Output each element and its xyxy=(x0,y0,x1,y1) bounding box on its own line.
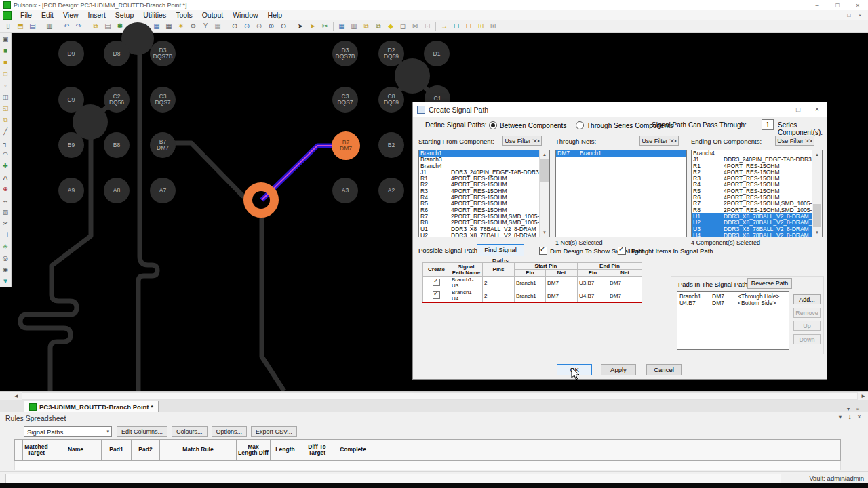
pcb-pad-a9[interactable]: A9 xyxy=(58,178,84,203)
checkbox-checked-icon[interactable] xyxy=(539,247,547,255)
folder-up-icon[interactable]: ⧉ xyxy=(373,21,384,31)
scrollbar-thumb[interactable] xyxy=(540,159,549,182)
scrollbar-track[interactable] xyxy=(22,392,858,400)
connection-tool-icon[interactable]: ✚ xyxy=(1,161,11,171)
list-scrollbar[interactable]: ▲▼ xyxy=(539,150,549,237)
rules-col-name[interactable]: Name xyxy=(50,439,102,461)
tab-menu-icon[interactable]: ▾ xyxy=(844,406,853,412)
shape-yellow-tool-icon[interactable]: ■ xyxy=(1,57,11,67)
menu-setup[interactable]: Setup xyxy=(111,10,138,20)
target-tool-icon[interactable]: ◎ xyxy=(1,253,11,263)
create-cell[interactable] xyxy=(423,277,450,289)
list-item[interactable]: R64PORT_RES-15OHM xyxy=(419,207,549,214)
list-item[interactable]: U1DDR3_X8_78BALL_V2_8-DRAM_DDR3_ xyxy=(692,214,822,220)
list-item[interactable]: R54PORT_RES-15OHM xyxy=(419,201,549,207)
area-tool-icon[interactable]: ⧉ xyxy=(1,115,11,125)
minimize-icon[interactable]: – xyxy=(807,1,827,10)
menu-insert[interactable]: Insert xyxy=(83,10,111,20)
tab-close-icon[interactable]: × xyxy=(853,406,863,412)
mdi-restore-icon[interactable]: □ xyxy=(844,11,854,20)
latch-yellow-icon[interactable]: ⊞ xyxy=(475,21,486,31)
pad-path-row[interactable]: Branch1DM7<Through Hole> xyxy=(677,293,789,300)
shape-outline-tool-icon[interactable]: □ xyxy=(1,68,11,79)
list-item[interactable]: Branch4 xyxy=(419,163,549,169)
list-item[interactable]: J1DDR3_240PIN_EDGE-TAB-DDR3 xyxy=(419,169,549,176)
scroll-right-icon[interactable]: ► xyxy=(859,392,868,401)
rules-col-complete[interactable]: Complete xyxy=(334,439,372,461)
list-item[interactable]: U2DDR3_X8_78BALL_V2_8-DRAM_DDR3_ xyxy=(419,232,549,237)
new-file-icon[interactable]: ▯ xyxy=(3,21,14,31)
pcb-pad-a7[interactable]: A7 xyxy=(150,178,176,203)
star-point-tool-icon[interactable]: ✳ xyxy=(1,241,11,251)
list-item[interactable]: R64PORT_RES-15OHM xyxy=(692,195,822,201)
zoom-area-icon[interactable]: ⊙ xyxy=(254,21,264,31)
pcb-pad-d2[interactable]: D2DQ59 xyxy=(378,41,404,66)
pcb-junction[interactable] xyxy=(395,58,430,94)
frame-icon[interactable]: ◻ xyxy=(397,21,408,31)
rules-col-match-rule[interactable]: Match Rule xyxy=(160,439,237,461)
rule-type-dropdown[interactable]: Signal Paths ▾ xyxy=(24,426,112,437)
pcb-pad-d1[interactable]: D1 xyxy=(424,41,450,66)
zoom-out-icon[interactable]: ⊖ xyxy=(278,21,289,31)
rules-col-blank[interactable] xyxy=(372,439,841,461)
shape-green-tool-icon[interactable]: ■ xyxy=(1,45,11,56)
cutout-tool-icon[interactable]: ✂ xyxy=(1,218,11,228)
pads-list[interactable]: Branch1DM7<Through Hole>U4.B7DM7<Bottom … xyxy=(677,291,789,350)
mdi-minimize-icon[interactable]: – xyxy=(833,11,844,20)
unlock-icon[interactable]: ⊡ xyxy=(422,21,433,31)
radio-on-icon[interactable] xyxy=(489,121,497,129)
reverse-path-button[interactable]: Reverse Path xyxy=(747,278,792,289)
list-item[interactable]: R44PORT_RES-15OHM xyxy=(692,182,822,188)
rules-col-diff-to-target[interactable]: Diff To Target xyxy=(300,439,334,461)
horizontal-scrollbar[interactable]: ◄ ► xyxy=(0,391,868,401)
gear-icon[interactable]: ⚙ xyxy=(188,21,199,31)
report-icon[interactable]: ▥ xyxy=(349,21,359,31)
rules-col-matched-target[interactable]: Matched Target xyxy=(23,439,50,461)
folders-icon[interactable]: ⧉ xyxy=(361,21,372,31)
grid-icon[interactable]: ▦ xyxy=(151,21,162,31)
pcb-pad-b7[interactable]: B7DM7 xyxy=(150,132,176,158)
close-icon[interactable]: × xyxy=(848,1,868,10)
highlighted-branch-pad[interactable] xyxy=(243,182,279,218)
latch-add-icon[interactable]: ⊞ xyxy=(488,21,498,31)
pcb-pad-b9[interactable]: B9 xyxy=(58,132,84,158)
line-tool-icon[interactable]: ╱ xyxy=(1,126,11,136)
cancel-button[interactable]: Cancel xyxy=(646,364,682,375)
through-nets-use-filter-button[interactable]: Use Filter >> xyxy=(639,136,679,146)
panel-close-icon[interactable]: × xyxy=(854,413,864,420)
orthogonal-line-tool-icon[interactable]: ┐ xyxy=(1,138,11,148)
copy-shape-tool-icon[interactable]: ◫ xyxy=(1,92,11,102)
testpoint-tool-icon[interactable]: ⊕ xyxy=(1,184,11,194)
list-item[interactable]: R14PORT_RES-15OHM xyxy=(419,176,549,182)
print-icon[interactable]: ▥ xyxy=(44,21,55,31)
menu-file[interactable]: File xyxy=(16,10,37,20)
zoom-in-icon[interactable]: ⊕ xyxy=(266,21,277,31)
dialog-maximize-icon[interactable]: □ xyxy=(789,103,808,117)
menu-help[interactable]: Help xyxy=(263,10,288,20)
shape-icon[interactable]: ◆ xyxy=(385,21,396,31)
list-item[interactable]: R24PORT_RES-15OHM xyxy=(692,169,822,176)
colours-button[interactable]: Colours... xyxy=(172,426,208,437)
signal-paths-table[interactable]: Create Signal Path Name Pins Start Pin E… xyxy=(422,262,642,303)
pcb-pad-c2[interactable]: C2DQ56 xyxy=(104,87,130,113)
list-item[interactable]: R82PORT_RES-15OHM,SMD_1005-SMD_1 xyxy=(419,220,549,226)
save-icon[interactable]: ▤ xyxy=(27,21,38,31)
series-component-count-input[interactable] xyxy=(762,119,774,130)
cut-icon[interactable]: ✂ xyxy=(319,21,330,31)
menu-window[interactable]: Window xyxy=(228,10,262,20)
add-button[interactable]: Add... xyxy=(793,294,821,304)
pcb-pad-a8[interactable]: A8 xyxy=(104,178,130,203)
wand-icon[interactable]: ✶ xyxy=(176,21,186,31)
dialog-title-bar[interactable]: Create Signal Path –□× xyxy=(413,102,827,117)
highlight-items-checkbox[interactable]: Highlight Items In Signal Path xyxy=(618,247,713,255)
pcb-pad-d3[interactable]: D3DQS7B xyxy=(332,41,358,66)
list-item[interactable]: Branch4 xyxy=(692,150,822,157)
library-icon[interactable]: ▤ xyxy=(102,21,113,31)
scroll-down-icon[interactable]: ▼ xyxy=(540,228,549,237)
undo-icon[interactable]: ↶ xyxy=(61,21,72,31)
list-item[interactable]: U1DDR3_X8_78BALL_V2_8-DRAM_DDR3_ xyxy=(419,226,549,232)
arc-tool-icon[interactable]: ◠ xyxy=(1,149,11,159)
tab-pc3-udimm-routed[interactable]: PC3-UDIMM_ROUTED-Branch Point * xyxy=(24,401,159,412)
list-item[interactable]: Branch1 xyxy=(419,150,549,157)
scroll-down-icon[interactable]: ▼ xyxy=(812,228,822,237)
